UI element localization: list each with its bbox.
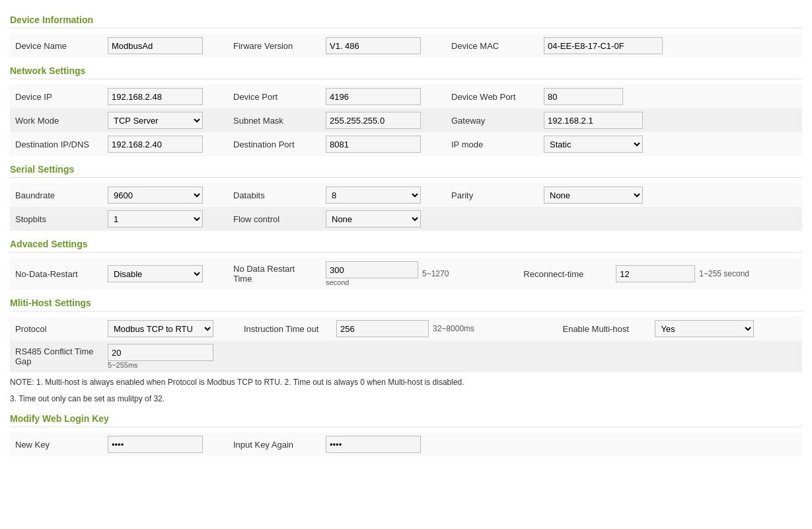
rs485-conflict-time-gap-label: RS485 Conflict Time Gap [10,341,102,372]
device-mac-input[interactable] [544,37,663,54]
multi-host-settings-title: Mliti-Host Settings [10,298,802,311]
device-info-section: Device Information Device Name Firware V… [10,15,802,58]
destination-port-label: Destination Port [228,132,320,156]
device-web-port-input[interactable] [544,88,623,105]
network-settings-table: Device IP Device Port Device Web Port Wo… [10,85,802,156]
multi-host-note-1: NOTE: 1. Multi-host is always enabled wh… [10,376,802,389]
destination-ip-label: Destination IP/DNS [10,132,102,156]
multi-host-note-2: 3. Time out only can be set as mulitpy o… [10,393,802,405]
instruction-timeout-hint: 32~8000ms [433,324,474,333]
advanced-settings-section: Advaced Settings No-Data-Restart Disable… [10,239,802,290]
databits-select[interactable]: 8 7 6 5 [326,186,421,204]
modify-login-key-section: Modify Web Login Key New Key Input Key A… [10,413,802,456]
modify-login-key-title: Modify Web Login Key [10,413,802,427]
ip-mode-label: IP mode [446,132,538,156]
device-info-table: Device Name Firware Version Device MAC [10,34,802,58]
network-row-3: Destination IP/DNS Destination Port IP m… [10,132,802,156]
advanced-settings-table: No-Data-Restart Disable Enable No Data R… [10,258,802,290]
login-key-row: New Key Input Key Again [10,432,802,456]
destination-ip-input[interactable] [108,136,203,153]
device-name-input[interactable] [108,37,203,54]
enable-multi-host-select[interactable]: Yes No [655,320,754,337]
flow-control-label: Flow control [228,207,320,231]
no-data-restart-label: No-Data-Restart [10,258,102,290]
firmware-version-label: Firware Version [228,34,320,58]
serial-row-2: Stopbits 1 2 Flow control None Hardware … [10,207,802,231]
gateway-input[interactable] [544,112,643,129]
subnet-mask-input[interactable] [326,112,421,129]
firmware-version-input[interactable] [326,37,421,54]
no-data-restart-time-sub: second [326,278,418,286]
protocol-label: Protocol [10,317,102,341]
device-port-input[interactable] [326,88,421,105]
serial-row-1: Baundrate 9600 19200 38400 57600 115200 … [10,183,802,207]
destination-port-input[interactable] [326,136,421,153]
reconnect-time-input[interactable] [616,265,695,282]
input-key-again-input[interactable] [326,436,421,453]
device-mac-cell [538,34,802,58]
flow-control-select[interactable]: None Hardware Software [326,210,421,227]
network-row-1: Device IP Device Port Device Web Port [10,85,802,108]
work-mode-label: Work Mode [10,108,102,132]
databits-label: Databits [228,183,320,207]
serial-settings-title: Serial Settings [10,164,802,178]
instruction-timeout-input[interactable] [336,320,429,337]
baudrate-label: Baundrate [10,183,102,207]
advanced-row-1: No-Data-Restart Disable Enable No Data R… [10,258,802,290]
protocol-select[interactable]: Modbus TCP to RTU Modbus RTU to TCP [108,320,213,337]
firmware-version-cell [320,34,426,58]
new-key-input[interactable] [108,436,203,453]
device-name-cell [102,34,208,58]
multi-host-row-1: Protocol Modbus TCP to RTU Modbus RTU to… [10,317,802,341]
input-key-again-label: Input Key Again [228,432,320,456]
reconnect-time-label: Reconnect-time [518,258,610,290]
device-name-label: Device Name [10,34,102,58]
baudrate-select[interactable]: 9600 19200 38400 57600 115200 [108,186,203,204]
no-data-restart-select[interactable]: Disable Enable [108,265,203,282]
device-ip-input[interactable] [108,88,203,105]
no-data-restart-time-label: No Data Restart Time [228,258,320,290]
new-key-label: New Key [10,432,102,456]
device-info-row: Device Name Firware Version Device MAC [10,34,802,58]
network-settings-section: Network Settings Device IP Device Port D… [10,65,802,156]
serial-settings-section: Serial Settings Baundrate 9600 19200 384… [10,164,802,231]
reconnect-time-hint: 1~255 second [699,269,749,278]
multi-host-row-2: RS485 Conflict Time Gap 5~255ms [10,341,802,372]
device-info-title: Device Information [10,15,802,28]
multi-host-settings-section: Mliti-Host Settings Protocol Modbus TCP … [10,298,802,405]
rs485-conflict-time-gap-sub: 5~255ms [108,361,213,369]
network-row-2: Work Mode TCP Server TCP Client UDP Subn… [10,108,802,132]
advanced-settings-title: Advaced Settings [10,239,802,253]
instruction-timeout-label: Instruction Time out [239,317,331,341]
parity-select[interactable]: None Odd Even [544,186,643,204]
network-settings-title: Network Settings [10,65,802,79]
stopbits-select[interactable]: 1 2 [108,210,203,227]
ip-mode-select[interactable]: Static DHCP [544,136,643,153]
enable-multi-host-label: Enable Multi-host [557,317,649,341]
gateway-label: Gateway [446,108,538,132]
stopbits-label: Stopbits [10,207,102,231]
device-ip-label: Device IP [10,85,102,108]
modify-login-key-table: New Key Input Key Again [10,432,802,456]
serial-settings-table: Baundrate 9600 19200 38400 57600 115200 … [10,183,802,231]
parity-label: Parity [446,183,538,207]
device-web-port-label: Device Web Port [446,85,538,108]
multi-host-settings-table: Protocol Modbus TCP to RTU Modbus RTU to… [10,317,802,372]
no-data-restart-time-hint: 5~1270 [422,269,449,278]
no-data-restart-time-input[interactable] [326,261,418,278]
device-mac-label: Device MAC [446,34,538,58]
work-mode-select[interactable]: TCP Server TCP Client UDP [108,112,203,129]
subnet-mask-label: Subnet Mask [228,108,320,132]
device-port-label: Device Port [228,85,320,108]
rs485-conflict-time-gap-input[interactable] [108,344,213,361]
